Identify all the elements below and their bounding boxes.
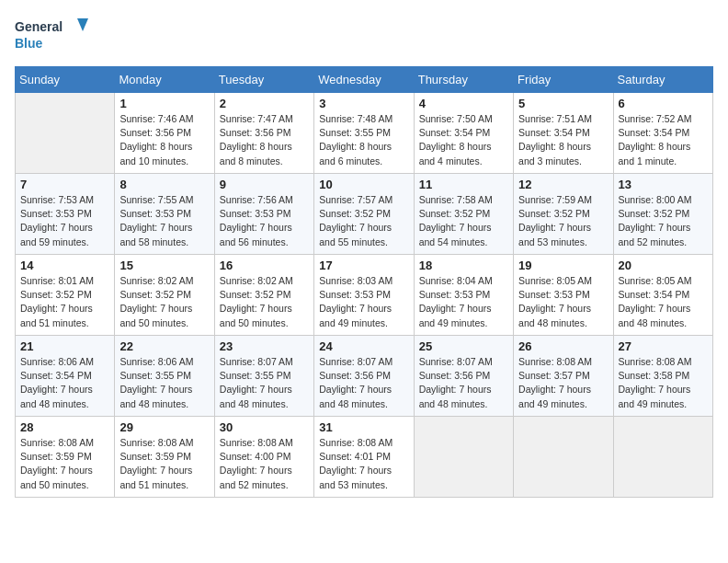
calendar-cell: 25Sunrise: 8:07 AM Sunset: 3:56 PM Dayli… xyxy=(414,336,513,417)
logo-text: General Blue xyxy=(15,15,88,59)
day-number: 26 xyxy=(518,339,608,353)
day-info: Sunrise: 7:56 AM Sunset: 3:53 PM Dayligh… xyxy=(220,193,309,249)
calendar-cell xyxy=(514,417,613,498)
header-day-friday: Friday xyxy=(514,67,613,93)
day-info: Sunrise: 7:52 AM Sunset: 3:54 PM Dayligh… xyxy=(619,112,708,168)
calendar-cell: 29Sunrise: 8:08 AM Sunset: 3:59 PM Dayli… xyxy=(115,417,214,498)
day-number: 29 xyxy=(119,420,209,434)
day-number: 12 xyxy=(518,178,608,191)
header-row: SundayMondayTuesdayWednesdayThursdayFrid… xyxy=(16,67,713,93)
calendar-cell: 1Sunrise: 7:46 AM Sunset: 3:56 PM Daylig… xyxy=(115,93,214,174)
calendar-cell: 22Sunrise: 8:06 AM Sunset: 3:55 PM Dayli… xyxy=(115,336,214,417)
calendar-cell: 17Sunrise: 8:03 AM Sunset: 3:53 PM Dayli… xyxy=(314,255,414,336)
calendar-cell: 18Sunrise: 8:04 AM Sunset: 3:53 PM Dayli… xyxy=(414,255,513,336)
calendar-cell: 26Sunrise: 8:08 AM Sunset: 3:57 PM Dayli… xyxy=(514,336,613,417)
calendar-cell: 3Sunrise: 7:48 AM Sunset: 3:55 PM Daylig… xyxy=(314,93,414,174)
logo: General Blue xyxy=(15,15,88,59)
day-info: Sunrise: 8:03 AM Sunset: 3:53 PM Dayligh… xyxy=(319,274,408,330)
calendar-cell: 10Sunrise: 7:57 AM Sunset: 3:52 PM Dayli… xyxy=(314,174,414,255)
day-number: 15 xyxy=(119,259,209,272)
calendar-cell: 23Sunrise: 8:07 AM Sunset: 3:55 PM Dayli… xyxy=(214,336,313,417)
day-info: Sunrise: 8:08 AM Sunset: 3:57 PM Dayligh… xyxy=(518,355,608,411)
day-info: Sunrise: 7:48 AM Sunset: 3:55 PM Dayligh… xyxy=(319,112,408,168)
header-day-saturday: Saturday xyxy=(613,67,712,93)
day-number: 1 xyxy=(119,97,209,110)
day-number: 20 xyxy=(619,259,708,272)
day-info: Sunrise: 8:02 AM Sunset: 3:52 PM Dayligh… xyxy=(119,274,209,330)
day-info: Sunrise: 8:07 AM Sunset: 3:56 PM Dayligh… xyxy=(319,355,408,411)
day-info: Sunrise: 8:01 AM Sunset: 3:52 PM Dayligh… xyxy=(20,274,109,330)
day-info: Sunrise: 7:55 AM Sunset: 3:53 PM Dayligh… xyxy=(119,193,209,249)
day-info: Sunrise: 8:08 AM Sunset: 4:01 PM Dayligh… xyxy=(319,436,408,492)
header-day-tuesday: Tuesday xyxy=(214,67,313,93)
day-number: 6 xyxy=(619,97,708,110)
day-number: 24 xyxy=(319,339,408,353)
calendar-cell: 8Sunrise: 7:55 AM Sunset: 3:53 PM Daylig… xyxy=(115,174,214,255)
header-day-wednesday: Wednesday xyxy=(314,67,414,93)
day-number: 17 xyxy=(319,259,408,272)
header-day-thursday: Thursday xyxy=(414,67,513,93)
calendar-cell xyxy=(414,417,513,498)
calendar-cell: 11Sunrise: 7:58 AM Sunset: 3:52 PM Dayli… xyxy=(414,174,513,255)
calendar-cell: 30Sunrise: 8:08 AM Sunset: 4:00 PM Dayli… xyxy=(214,417,313,498)
day-number: 11 xyxy=(419,178,508,191)
day-number: 4 xyxy=(419,97,508,110)
calendar-cell: 2Sunrise: 7:47 AM Sunset: 3:56 PM Daylig… xyxy=(214,93,313,174)
calendar-cell: 6Sunrise: 7:52 AM Sunset: 3:54 PM Daylig… xyxy=(613,93,712,174)
day-number: 9 xyxy=(220,178,309,191)
day-info: Sunrise: 8:08 AM Sunset: 3:59 PM Dayligh… xyxy=(20,436,109,492)
day-number: 25 xyxy=(419,339,508,353)
day-number: 16 xyxy=(220,259,309,272)
header-day-sunday: Sunday xyxy=(16,67,115,93)
day-number: 28 xyxy=(20,420,109,434)
day-number: 5 xyxy=(518,97,608,110)
day-info: Sunrise: 8:05 AM Sunset: 3:53 PM Dayligh… xyxy=(518,274,608,330)
calendar-cell: 24Sunrise: 8:07 AM Sunset: 3:56 PM Dayli… xyxy=(314,336,414,417)
calendar-cell: 14Sunrise: 8:01 AM Sunset: 3:52 PM Dayli… xyxy=(16,255,115,336)
day-info: Sunrise: 8:05 AM Sunset: 3:54 PM Dayligh… xyxy=(619,274,708,330)
day-info: Sunrise: 8:08 AM Sunset: 3:59 PM Dayligh… xyxy=(119,436,209,492)
calendar-cell xyxy=(16,93,115,174)
day-number: 10 xyxy=(319,178,408,191)
day-info: Sunrise: 7:50 AM Sunset: 3:54 PM Dayligh… xyxy=(419,112,508,168)
header-day-monday: Monday xyxy=(115,67,214,93)
page-header: General Blue xyxy=(15,15,713,59)
day-number: 31 xyxy=(319,420,408,434)
calendar-cell: 7Sunrise: 7:53 AM Sunset: 3:53 PM Daylig… xyxy=(16,174,115,255)
day-info: Sunrise: 8:00 AM Sunset: 3:52 PM Dayligh… xyxy=(619,193,708,249)
calendar-cell xyxy=(613,417,712,498)
calendar-cell: 15Sunrise: 8:02 AM Sunset: 3:52 PM Dayli… xyxy=(115,255,214,336)
day-number: 18 xyxy=(419,259,508,272)
day-number: 27 xyxy=(619,339,708,353)
day-info: Sunrise: 7:58 AM Sunset: 3:52 PM Dayligh… xyxy=(419,193,508,249)
week-row-1: 1Sunrise: 7:46 AM Sunset: 3:56 PM Daylig… xyxy=(16,93,713,174)
day-info: Sunrise: 7:57 AM Sunset: 3:52 PM Dayligh… xyxy=(319,193,408,249)
day-info: Sunrise: 8:08 AM Sunset: 3:58 PM Dayligh… xyxy=(619,355,708,411)
day-number: 19 xyxy=(518,259,608,272)
day-info: Sunrise: 8:06 AM Sunset: 3:55 PM Dayligh… xyxy=(119,355,209,411)
calendar-cell: 21Sunrise: 8:06 AM Sunset: 3:54 PM Dayli… xyxy=(16,336,115,417)
svg-text:General: General xyxy=(15,19,63,34)
calendar-cell: 4Sunrise: 7:50 AM Sunset: 3:54 PM Daylig… xyxy=(414,93,513,174)
day-number: 14 xyxy=(20,259,109,272)
day-number: 23 xyxy=(220,339,309,353)
svg-text:Blue: Blue xyxy=(15,36,43,51)
calendar-cell: 20Sunrise: 8:05 AM Sunset: 3:54 PM Dayli… xyxy=(613,255,712,336)
calendar-cell: 31Sunrise: 8:08 AM Sunset: 4:01 PM Dayli… xyxy=(314,417,414,498)
day-number: 2 xyxy=(220,97,309,110)
day-info: Sunrise: 8:06 AM Sunset: 3:54 PM Dayligh… xyxy=(20,355,109,411)
day-number: 21 xyxy=(20,339,109,353)
day-number: 8 xyxy=(119,178,209,191)
day-number: 3 xyxy=(319,97,408,110)
day-number: 22 xyxy=(119,339,209,353)
week-row-3: 14Sunrise: 8:01 AM Sunset: 3:52 PM Dayli… xyxy=(16,255,713,336)
calendar-cell: 12Sunrise: 7:59 AM Sunset: 3:52 PM Dayli… xyxy=(514,174,613,255)
week-row-4: 21Sunrise: 8:06 AM Sunset: 3:54 PM Dayli… xyxy=(16,336,713,417)
day-info: Sunrise: 8:07 AM Sunset: 3:56 PM Dayligh… xyxy=(419,355,508,411)
day-number: 7 xyxy=(20,178,109,191)
calendar-cell: 27Sunrise: 8:08 AM Sunset: 3:58 PM Dayli… xyxy=(613,336,712,417)
day-info: Sunrise: 8:04 AM Sunset: 3:53 PM Dayligh… xyxy=(419,274,508,330)
day-info: Sunrise: 7:51 AM Sunset: 3:54 PM Dayligh… xyxy=(518,112,608,168)
calendar-cell: 16Sunrise: 8:02 AM Sunset: 3:52 PM Dayli… xyxy=(214,255,313,336)
day-number: 13 xyxy=(619,178,708,191)
